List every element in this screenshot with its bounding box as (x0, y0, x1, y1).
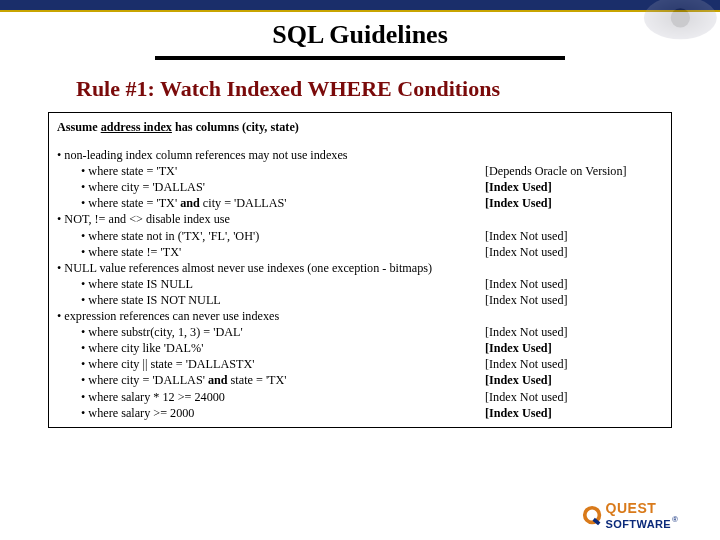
rule-note: [Index Not used] (485, 244, 663, 260)
slide-title: SQL Guidelines (0, 20, 720, 50)
rule-code: where city = 'DALLAS' (57, 179, 485, 195)
title-underline (155, 56, 565, 60)
rule-code: where substr(city, 1, 3) = 'DAL' (57, 324, 485, 340)
rule-row: where state not in ('TX', 'FL', 'OH')[In… (57, 228, 663, 244)
rule-row: where state = 'TX' and city = 'DALLAS'[I… (57, 195, 663, 211)
rule-note: [Index Not used] (485, 356, 663, 372)
quest-q-icon (582, 505, 604, 527)
rule-code: where salary >= 2000 (57, 405, 485, 421)
rule-code: where state not in ('TX', 'FL', 'OH') (57, 228, 485, 244)
assume-underlined: address index (101, 120, 172, 134)
rule-code: where city = 'DALLAS' and state = 'TX' (57, 372, 485, 388)
rule-row: where city = 'DALLAS' and state = 'TX'[I… (57, 372, 663, 388)
header-band (0, 0, 720, 12)
logo-registered-icon: ® (672, 515, 678, 524)
rule-row: where city like 'DAL%'[Index Used] (57, 340, 663, 356)
rule-row: where state = 'TX'[Depends Oracle on Ver… (57, 163, 663, 179)
group-heading: NULL value references almost never use i… (57, 260, 663, 276)
rule-code: where state != 'TX' (57, 244, 485, 260)
group-heading: expression references can never use inde… (57, 308, 663, 324)
assume-suffix: has columns (city, state) (172, 120, 299, 134)
rule-row: where substr(city, 1, 3) = 'DAL'[Index N… (57, 324, 663, 340)
rule-note: [Index Used] (485, 340, 663, 356)
rule-code: where city || state = 'DALLASTX' (57, 356, 485, 372)
decorative-eye-watermark (620, 0, 720, 50)
rule-note: [Index Used] (485, 179, 663, 195)
rule-code: where state = 'TX' and city = 'DALLAS' (57, 195, 485, 211)
rule-row: where salary * 12 >= 24000[Index Not use… (57, 389, 663, 405)
rule-note: [Index Not used] (485, 276, 663, 292)
quest-software-logo: QUEST SOFTWARE® (582, 501, 678, 530)
rule-code: where salary * 12 >= 24000 (57, 389, 485, 405)
logo-text-software: SOFTWARE (606, 518, 672, 530)
rule-code: where state IS NOT NULL (57, 292, 485, 308)
rule-code: where state IS NULL (57, 276, 485, 292)
rule-row: where salary >= 2000[Index Used] (57, 405, 663, 421)
rule-row: where state != 'TX'[Index Not used] (57, 244, 663, 260)
rule-row: where city = 'DALLAS'[Index Used] (57, 179, 663, 195)
rule-row: where city || state = 'DALLASTX'[Index N… (57, 356, 663, 372)
group-heading: NOT, != and <> disable index use (57, 211, 663, 227)
assume-line: Assume address index has columns (city, … (57, 119, 663, 135)
rule-heading: Rule #1: Watch Indexed WHERE Conditions (76, 76, 720, 102)
rule-note: [Index Not used] (485, 324, 663, 340)
svg-point-1 (671, 8, 690, 27)
group-heading: non-leading index column references may … (57, 147, 663, 163)
logo-text-quest: QUEST (606, 500, 657, 516)
rule-note: [Index Used] (485, 405, 663, 421)
rules-list: non-leading index column references may … (57, 147, 663, 421)
rule-note: [Index Used] (485, 372, 663, 388)
rule-note: [Depends Oracle on Version] (485, 163, 663, 179)
assume-prefix: Assume (57, 120, 101, 134)
rule-note: [Index Not used] (485, 228, 663, 244)
rule-row: where state IS NULL[Index Not used] (57, 276, 663, 292)
rule-row: where state IS NOT NULL[Index Not used] (57, 292, 663, 308)
rule-note: [Index Not used] (485, 292, 663, 308)
rule-note: [Index Not used] (485, 389, 663, 405)
rule-code: where city like 'DAL%' (57, 340, 485, 356)
content-box: Assume address index has columns (city, … (48, 112, 672, 428)
rule-code: where state = 'TX' (57, 163, 485, 179)
rule-note: [Index Used] (485, 195, 663, 211)
